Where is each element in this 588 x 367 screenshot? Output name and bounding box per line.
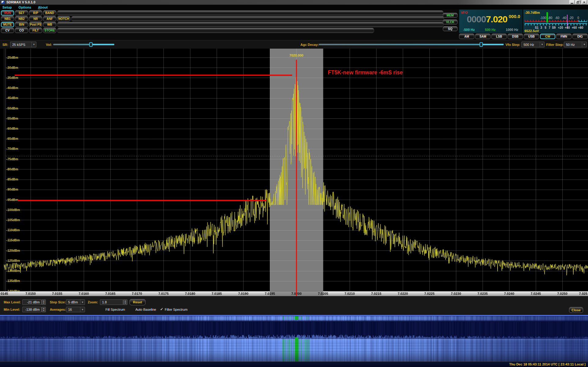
mode-usb-button[interactable]: USB [524,34,539,39]
frequency-display[interactable]: 00007.020 000.0 [467,14,520,24]
vlck-button[interactable]: VLCK [443,20,458,24]
spin-up-icon[interactable]: ▲ [43,307,45,310]
band-button[interactable]: BAND [43,10,56,16]
min-level-spinner[interactable]: ▲▼ [42,307,46,312]
vfo-step-label: Vfo Step: [505,43,520,46]
close-panel-button[interactable]: Close [569,307,583,313]
frequency-digits-main: 7.020 [486,14,507,24]
menu-about[interactable]: About [38,6,48,9]
waterfall-display[interactable] [0,316,588,361]
mode-fmn-button[interactable]: FMN [556,34,571,39]
mode-sam-button[interactable]: SAM [475,34,491,39]
offset-low[interactable]: -500 Hz [463,28,475,32]
meter-scale-label: 0 [577,16,579,20]
slider-handle[interactable] [89,42,93,47]
spin-up-icon[interactable]: ▲ [43,300,45,302]
smeter-panel: -30.7dBm -100 -80 -60 -40 -20 0 S1 3 5 7… [523,9,588,33]
spectrum-control-panel: Max Level: -21 dBm ▲▼ Step Size: 5 dBm ▼… [0,296,588,315]
filter-step-value: 50 Hz [566,43,575,46]
mode-dsb-button[interactable]: DSB [508,34,523,39]
mute-button[interactable]: MUTE [1,22,14,27]
spectrum-display[interactable] [0,49,588,296]
notch-button[interactable]: NOTCH [57,16,70,21]
mode-dig-button[interactable]: DIG [572,34,588,39]
offset-center[interactable]: 500 Hz [485,28,496,32]
max-level-label: Max Level: [4,300,21,304]
menu-options[interactable]: Options [19,6,31,9]
panel-groove [71,16,444,21]
sample-rate-value: 25 kSPS [12,43,25,46]
filter-step-select[interactable]: 50 Hz ▼ [564,42,587,47]
filter-offset-row: -500 Hz 500 Hz 1000 Hz [459,28,522,32]
sq-button[interactable]: SQ [443,26,458,31]
filt-button[interactable]: FILT [29,28,42,33]
chevron-down-icon: ▼ [31,42,36,47]
rp-button[interactable]: R/P [29,10,42,16]
meter-scale-label: -80 [548,16,552,20]
zoom-field[interactable]: 1.8 [100,299,123,305]
app-icon[interactable] [1,1,5,4]
min-level-label: Min Level: [4,308,20,311]
fill-spectrum-toggle[interactable]: Fill Spectrum [105,308,125,311]
filter-spectrum-toggle[interactable]: Filter Spectrum [165,308,188,311]
menu-setup[interactable]: Setup [2,6,12,9]
averages-select[interactable]: 16 ▼ [66,307,85,312]
co-button[interactable]: CO [15,28,28,33]
step-size-label: Step Size: [50,300,66,304]
sunit-label: +40 [565,26,570,29]
wb-button[interactable]: WB [43,22,56,27]
min-level-field[interactable]: -138 dBm [22,307,42,312]
auto-baseline-toggle[interactable]: Auto Baseline [135,308,156,311]
postps-button[interactable]: Post PS [29,22,42,27]
minimize-button[interactable] [569,0,575,4]
run-button[interactable]: RUN [1,10,14,16]
slider-track[interactable] [319,44,504,45]
meter-ticks-sunits [525,23,587,25]
signal-microvolts-readout: 6522.5uV [524,29,539,33]
panel-groove [57,28,374,33]
sunit-label: 5 [545,26,546,29]
clock-readout: Thu Dec 18 05:43:11 2014 UTC [ 23:43:11 … [509,362,586,366]
checkmark-icon[interactable]: ✓ [160,307,163,311]
mode-lsb-button[interactable]: LSB [491,34,507,39]
nr-button[interactable]: NR [29,16,42,21]
top-control-panel: RUN SET R/P BAND NB1 NB2 NR ANF NOTCH MU… [0,9,588,40]
store-button[interactable]: STORE [43,28,56,33]
averages-label: Averages: [50,308,66,311]
slider-handle[interactable] [480,42,483,47]
restore-button[interactable] [575,0,580,4]
reset-button[interactable]: Reset [130,299,145,305]
meter-ticks-dbm [525,20,579,22]
mode-cw-button[interactable]: CW [540,34,555,39]
agc-decay-slider[interactable] [319,42,504,47]
sunit-label: +60 [572,26,577,29]
spin-up-icon[interactable]: ▲ [124,300,126,302]
vfo-step-select[interactable]: 500 Hz ▼ [521,42,545,47]
nb2-button[interactable]: NB2 [15,16,28,21]
averages-value: 16 [68,308,72,311]
step-size-select[interactable]: 5 dBm ▼ [66,299,85,305]
sample-rate-select[interactable]: 25 kSPS ▼ [10,42,36,47]
spin-down-icon[interactable]: ▼ [124,302,126,304]
app-window: SDRMAX V 5.0.1.0 × Setup Options About R… [0,0,588,367]
bin-button[interactable]: BIN [15,22,28,27]
zoom-label: Zoom: [88,300,98,304]
nb1-button[interactable]: NB1 [1,16,14,21]
anf-button[interactable]: ANF [43,16,56,21]
spin-down-icon[interactable]: ▼ [43,302,45,304]
spin-down-icon[interactable]: ▼ [43,310,45,312]
close-window-button[interactable]: × [582,0,587,4]
vfo-step-value: 500 Hz [524,43,534,46]
mem-button[interactable]: MEM [443,13,458,18]
cv-button[interactable]: CV [1,28,14,33]
max-level-field[interactable]: -21 dBm [22,299,42,305]
volume-slider[interactable] [53,42,114,47]
sunit-label: +20 [558,26,563,29]
sample-rate-label: SR: [2,43,8,46]
zoom-spinner[interactable]: ▲▼ [123,299,127,305]
step-size-value: 5 dBm [68,300,78,304]
set-button[interactable]: SET [15,10,28,16]
offset-high[interactable]: 1000 Hz [506,28,518,32]
mode-am-button[interactable]: AM [459,34,474,39]
max-level-spinner[interactable]: ▲▼ [42,299,46,305]
